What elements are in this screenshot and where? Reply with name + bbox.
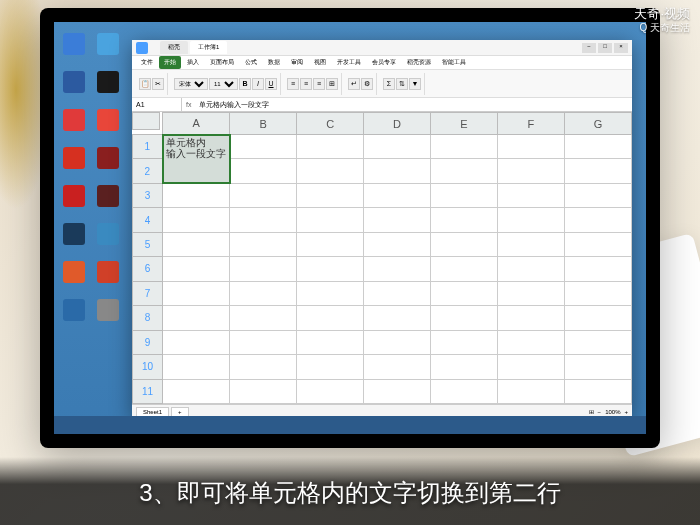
zoom-out-button[interactable]: −	[598, 409, 602, 415]
cell[interactable]	[431, 208, 498, 232]
menu-item[interactable]: 开始	[159, 56, 181, 69]
menu-item[interactable]: 页面布局	[205, 56, 239, 69]
column-header[interactable]: C	[297, 113, 364, 135]
menu-item[interactable]: 数据	[263, 56, 285, 69]
desktop-icon[interactable]	[92, 292, 124, 328]
fontsize-select[interactable]: 11	[209, 78, 238, 90]
cell[interactable]	[564, 135, 631, 159]
cell[interactable]	[230, 232, 297, 256]
cell[interactable]	[297, 379, 364, 403]
cell[interactable]	[431, 135, 498, 159]
merge-button[interactable]: ⊞	[326, 78, 338, 90]
cell[interactable]	[431, 330, 498, 354]
cell[interactable]	[564, 159, 631, 183]
desktop-icon[interactable]	[58, 292, 90, 328]
cell-reference-box[interactable]: A1	[132, 98, 182, 111]
cell-a1-selected[interactable]: 单元格内输入一段文字	[163, 135, 230, 184]
cell[interactable]	[364, 208, 431, 232]
row-header[interactable]: 2	[133, 159, 163, 183]
zoom-in-button[interactable]: +	[624, 409, 628, 415]
cell[interactable]	[431, 257, 498, 281]
cell[interactable]	[364, 281, 431, 305]
cell[interactable]	[498, 355, 565, 379]
cell[interactable]	[564, 232, 631, 256]
cell[interactable]	[498, 330, 565, 354]
desktop-icon[interactable]	[58, 216, 90, 252]
cell[interactable]	[498, 281, 565, 305]
cell[interactable]	[163, 281, 230, 305]
cell[interactable]	[498, 135, 565, 159]
bold-button[interactable]: B	[239, 78, 251, 90]
cell[interactable]	[498, 232, 565, 256]
cell[interactable]	[230, 379, 297, 403]
cell[interactable]	[431, 232, 498, 256]
cell[interactable]	[498, 159, 565, 183]
maximize-button[interactable]: □	[598, 43, 612, 53]
filter-button[interactable]: ▼	[409, 78, 421, 90]
cell[interactable]	[564, 379, 631, 403]
cell[interactable]	[163, 208, 230, 232]
row-header[interactable]: 3	[133, 183, 163, 207]
fx-icon[interactable]: fx	[182, 101, 195, 108]
sum-button[interactable]: Σ	[383, 78, 395, 90]
tab-home[interactable]: 稻壳	[160, 41, 188, 54]
row-header[interactable]: 7	[133, 281, 163, 305]
desktop-icon[interactable]	[58, 178, 90, 214]
row-header[interactable]: 6	[133, 257, 163, 281]
cell[interactable]	[297, 281, 364, 305]
cell[interactable]	[498, 379, 565, 403]
desktop-icon[interactable]	[92, 102, 124, 138]
italic-button[interactable]: I	[252, 78, 264, 90]
view-mode-icon[interactable]: ⊞	[589, 408, 594, 415]
desktop-icon[interactable]	[58, 64, 90, 100]
desktop-icon[interactable]	[92, 178, 124, 214]
row-header[interactable]: 5	[133, 232, 163, 256]
cell[interactable]	[230, 135, 297, 159]
desktop-icon[interactable]	[58, 102, 90, 138]
align-right-button[interactable]: ≡	[313, 78, 325, 90]
cell[interactable]	[163, 306, 230, 330]
cell[interactable]	[364, 306, 431, 330]
cell[interactable]	[564, 208, 631, 232]
cell[interactable]	[163, 379, 230, 403]
cell[interactable]	[364, 355, 431, 379]
column-header[interactable]: D	[364, 113, 431, 135]
cell[interactable]	[364, 159, 431, 183]
cell[interactable]	[230, 306, 297, 330]
cell[interactable]	[498, 257, 565, 281]
cell[interactable]	[297, 208, 364, 232]
desktop-icon[interactable]	[92, 140, 124, 176]
cell[interactable]	[230, 330, 297, 354]
cell[interactable]	[364, 257, 431, 281]
cell[interactable]	[163, 183, 230, 207]
cell[interactable]	[431, 183, 498, 207]
close-button[interactable]: ×	[614, 43, 628, 53]
paste-button[interactable]: 📋	[139, 78, 151, 90]
cell[interactable]	[431, 281, 498, 305]
column-header[interactable]: A	[163, 113, 230, 135]
cell[interactable]	[297, 257, 364, 281]
menu-item[interactable]: 视图	[309, 56, 331, 69]
desktop-icon[interactable]	[92, 216, 124, 252]
cell[interactable]	[230, 208, 297, 232]
column-header[interactable]: F	[498, 113, 565, 135]
column-header[interactable]: E	[431, 113, 498, 135]
menu-item[interactable]: 开发工具	[332, 56, 366, 69]
cell[interactable]	[297, 183, 364, 207]
cell[interactable]	[163, 330, 230, 354]
column-header[interactable]: B	[230, 113, 297, 135]
cell[interactable]	[364, 135, 431, 159]
cell[interactable]	[297, 232, 364, 256]
wrap-text-button[interactable]: ↵	[348, 78, 360, 90]
cell[interactable]	[431, 306, 498, 330]
menu-item[interactable]: 智能工具	[437, 56, 471, 69]
format-button[interactable]: ⚙	[361, 78, 373, 90]
cell[interactable]	[564, 355, 631, 379]
cell[interactable]	[297, 355, 364, 379]
cell[interactable]	[163, 257, 230, 281]
sheet-tab[interactable]: Sheet1	[136, 407, 169, 417]
cell[interactable]	[230, 355, 297, 379]
cell[interactable]	[564, 257, 631, 281]
cell[interactable]	[230, 159, 297, 183]
row-header[interactable]: 9	[133, 330, 163, 354]
